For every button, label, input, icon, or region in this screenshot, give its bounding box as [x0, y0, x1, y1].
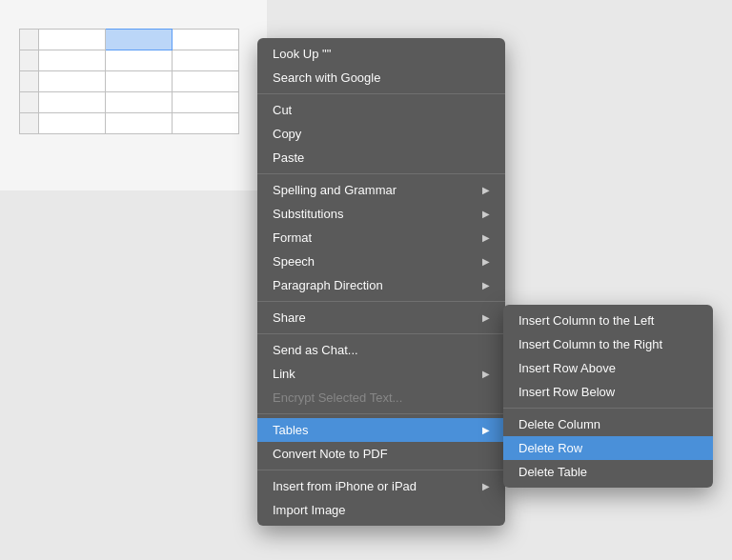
- tables-arrow: ▶: [482, 425, 490, 435]
- menu-item-paragraph-direction-label: Paragraph Direction: [273, 278, 383, 292]
- spreadsheet-table: [19, 29, 239, 134]
- context-menu: Look Up "" Search with Google Cut Copy P…: [257, 38, 505, 526]
- substitutions-arrow: ▶: [482, 209, 490, 219]
- submenu-delete-table-label: Delete Table: [518, 465, 587, 479]
- separator-2: [257, 173, 505, 174]
- menu-item-import-image[interactable]: Import Image: [257, 498, 505, 522]
- submenu-insert-col-left-label: Insert Column to the Left: [518, 313, 654, 328]
- menu-item-convert-note-label: Convert Note to PDF: [273, 447, 388, 461]
- menu-item-substitutions[interactable]: Substitutions ▶: [257, 202, 505, 226]
- submenu-delete-column-label: Delete Column: [518, 417, 600, 431]
- menu-item-lookup[interactable]: Look Up "": [257, 42, 505, 66]
- menu-item-format[interactable]: Format ▶: [257, 226, 505, 250]
- menu-item-spelling-grammar[interactable]: Spelling and Grammar ▶: [257, 178, 505, 202]
- spelling-grammar-arrow: ▶: [482, 185, 490, 195]
- submenu-insert-row-below-label: Insert Row Below: [518, 385, 615, 399]
- menu-item-encrypt: Encrypt Selected Text...: [257, 386, 505, 410]
- menu-item-tables[interactable]: Tables ▶: [257, 418, 505, 442]
- menu-item-convert-note[interactable]: Convert Note to PDF: [257, 442, 505, 466]
- separator-4: [257, 333, 505, 334]
- submenu-insert-col-right[interactable]: Insert Column to the Right: [503, 332, 713, 356]
- menu-item-substitutions-label: Substitutions: [273, 207, 343, 221]
- menu-item-share[interactable]: Share ▶: [257, 306, 505, 330]
- submenu-delete-column[interactable]: Delete Column: [503, 412, 713, 436]
- link-arrow: ▶: [482, 369, 490, 379]
- insert-iphone-arrow: ▶: [482, 481, 490, 491]
- submenu-insert-col-right-label: Insert Column to the Right: [518, 337, 662, 351]
- menu-item-encrypt-label: Encrypt Selected Text...: [273, 390, 402, 405]
- separator-5: [257, 413, 505, 414]
- menu-item-search-google[interactable]: Search with Google: [257, 66, 505, 90]
- submenu-insert-col-left[interactable]: Insert Column to the Left: [503, 309, 713, 332]
- menu-item-paste[interactable]: Paste: [257, 146, 505, 170]
- menu-item-insert-iphone-ipad[interactable]: Insert from iPhone or iPad ▶: [257, 474, 505, 498]
- submenu-insert-row-above-label: Insert Row Above: [518, 361, 616, 375]
- tables-submenu: Insert Column to the Left Insert Column …: [503, 305, 713, 488]
- submenu-insert-row-below[interactable]: Insert Row Below: [503, 380, 713, 404]
- menu-item-format-label: Format: [273, 230, 312, 245]
- menu-item-speech-label: Speech: [273, 254, 315, 269]
- submenu-delete-table[interactable]: Delete Table: [503, 460, 713, 484]
- separator-3: [257, 301, 505, 302]
- menu-item-insert-iphone-ipad-label: Insert from iPhone or iPad: [273, 479, 417, 493]
- menu-item-tables-label: Tables: [273, 423, 309, 437]
- menu-item-spelling-grammar-label: Spelling and Grammar: [273, 183, 396, 197]
- paragraph-direction-arrow: ▶: [482, 280, 490, 290]
- menu-item-lookup-label: Look Up "": [273, 47, 331, 61]
- menu-item-link-label: Link: [273, 367, 295, 381]
- menu-item-paragraph-direction[interactable]: Paragraph Direction ▶: [257, 273, 505, 297]
- speech-arrow: ▶: [482, 256, 490, 267]
- spreadsheet-background: [0, 0, 267, 190]
- submenu-separator-1: [503, 408, 713, 409]
- menu-item-cut[interactable]: Cut: [257, 98, 505, 122]
- menu-item-speech[interactable]: Speech ▶: [257, 250, 505, 273]
- separator-6: [257, 470, 505, 470]
- menu-item-cut-label: Cut: [273, 103, 292, 117]
- menu-item-share-label: Share: [273, 310, 306, 325]
- menu-item-send-as-chat[interactable]: Send as Chat...: [257, 338, 505, 362]
- separator-1: [257, 93, 505, 94]
- menu-item-search-google-label: Search with Google: [273, 70, 380, 85]
- format-arrow: ▶: [482, 232, 490, 243]
- share-arrow: ▶: [482, 312, 490, 323]
- submenu-insert-row-above[interactable]: Insert Row Above: [503, 356, 713, 380]
- menu-item-copy[interactable]: Copy: [257, 122, 505, 146]
- menu-item-paste-label: Paste: [273, 150, 304, 165]
- menu-item-import-image-label: Import Image: [273, 503, 346, 517]
- menu-item-copy-label: Copy: [273, 127, 301, 141]
- submenu-delete-row-label: Delete Row: [518, 441, 582, 455]
- submenu-delete-row[interactable]: Delete Row: [503, 436, 713, 460]
- menu-item-send-as-chat-label: Send as Chat...: [273, 343, 358, 357]
- menu-item-link[interactable]: Link ▶: [257, 362, 505, 386]
